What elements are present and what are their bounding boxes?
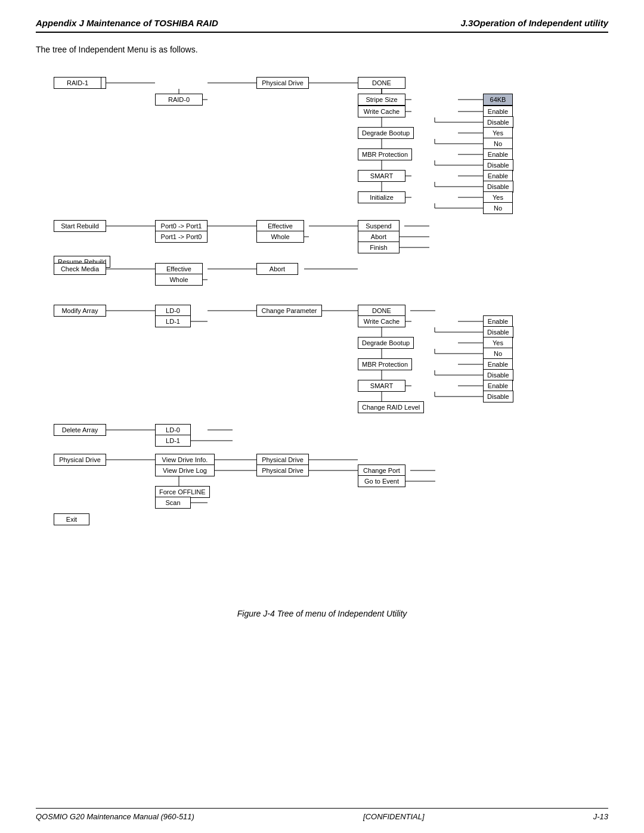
disable-wc2-node: Disable xyxy=(483,326,513,338)
effective-cm-node: Effective xyxy=(155,263,203,275)
enable-wc2-node: Enable xyxy=(483,315,513,327)
footer-center: [CONFIDENTIAL] xyxy=(363,812,425,821)
intro-text: The tree of Independent Menu is as follo… xyxy=(36,45,608,54)
change-port-node: Change Port xyxy=(358,465,405,476)
stripe-size-node: Stripe Size xyxy=(358,94,405,106)
done-ma-node: DONE xyxy=(358,305,405,317)
yes-init-node: Yes xyxy=(483,191,513,203)
enable-mbr2-node: Enable xyxy=(483,358,513,370)
scan-node: Scan xyxy=(155,497,191,509)
delete-array-node: Delete Array xyxy=(54,424,106,436)
check-media-node: Check Media xyxy=(54,263,106,275)
whole-rb-node: Whole xyxy=(256,231,304,243)
whole-cm-node: Whole xyxy=(155,274,203,286)
enable-smart1-node: Enable xyxy=(483,170,513,182)
ld1-ma-node: LD-1 xyxy=(155,315,191,327)
yes-db2-node: Yes xyxy=(483,337,513,349)
suspend-node: Suspend xyxy=(358,220,400,232)
start-rebuild-node: Start Rebuild xyxy=(54,220,106,232)
view-drive-log-node: View Drive Log xyxy=(155,465,215,476)
physical-drive-node: Physical Drive xyxy=(54,454,106,466)
mbr-protection-ca-node: MBR Protection xyxy=(358,148,412,160)
enable-wc1-node: Enable xyxy=(483,106,513,117)
smart-ca-node: SMART xyxy=(358,170,405,182)
write-cache-ca-node: Write Cache xyxy=(358,106,405,117)
modify-array-node: Modify Array xyxy=(54,305,106,317)
go-to-event-node: Go to Event xyxy=(358,475,405,487)
footer-left: QOSMIO G20 Maintenance Manual (960-511) xyxy=(36,812,194,821)
smart-ma-node: SMART xyxy=(358,380,405,392)
view-drive-info-node: View Drive Info. xyxy=(155,454,215,466)
ld1-da-node: LD-1 xyxy=(155,435,191,447)
force-offline-node: Force OFFLINE xyxy=(155,486,210,498)
ld0-ma-node: LD-0 xyxy=(155,305,191,317)
exit-node: Exit xyxy=(54,513,89,525)
physical-drive-vdl-node: Physical Drive xyxy=(256,465,309,476)
degrade-bootup-ca-node: Degrade Bootup xyxy=(358,127,414,139)
footer-right: J-13 xyxy=(593,812,608,821)
header-left: Appendix J Maintenance of TOSHIBA RAID xyxy=(36,18,218,28)
abort-rb-node: Abort xyxy=(358,231,400,243)
physical-drive-vdi-node: Physical Drive xyxy=(256,454,309,466)
port01-node: Port0 -> Port1 xyxy=(155,220,208,232)
finish-node: Finish xyxy=(358,241,400,253)
change-parameter-node: Change Parameter xyxy=(256,305,322,317)
page-footer: QOSMIO G20 Maintenance Manual (960-511) … xyxy=(36,808,608,821)
yes-db1-node: Yes xyxy=(483,127,513,139)
effective-rb-node: Effective xyxy=(256,220,304,232)
port10-node: Port1 -> Port0 xyxy=(155,231,208,243)
physical-drive-ca-node: Physical Drive xyxy=(256,77,309,89)
write-cache-ma-node: Write Cache xyxy=(358,315,405,327)
degrade-bootup-ma-node: Degrade Bootup xyxy=(358,337,414,349)
disable-smart1-node: Disable xyxy=(483,181,513,193)
no-init-node: No xyxy=(483,202,513,214)
enable-smart2-node: Enable xyxy=(483,380,513,392)
done-ca-node: DONE xyxy=(358,77,405,89)
change-raid-level-node: Change RAID Level xyxy=(358,401,424,413)
ld0-da-node: LD-0 xyxy=(155,424,191,436)
disable-smart2-node: Disable xyxy=(483,391,513,402)
raid0-node: RAID-0 xyxy=(155,94,203,106)
raid1-node: RAID-1 xyxy=(54,77,101,89)
header-right: J.3Operation of Independent utility xyxy=(460,18,608,28)
kb64-node: 64KB xyxy=(483,94,513,106)
tree-diagram: Create Array Start Rebuild Resume Rebuil… xyxy=(54,72,590,597)
disable-wc1-node: Disable xyxy=(483,116,513,128)
abort-cm-node: Abort xyxy=(256,263,298,275)
figure-caption: Figure J-4 Tree of menu of Independent U… xyxy=(36,609,608,618)
enable-mbr1-node: Enable xyxy=(483,148,513,160)
no-db2-node: No xyxy=(483,348,513,360)
disable-mbr1-node: Disable xyxy=(483,159,513,171)
initialize-ca-node: Initialize xyxy=(358,191,405,203)
no-db1-node: No xyxy=(483,138,513,150)
disable-mbr2-node: Disable xyxy=(483,369,513,381)
page-header: Appendix J Maintenance of TOSHIBA RAID J… xyxy=(36,18,608,33)
mbr-protection-ma-node: MBR Protection xyxy=(358,358,412,370)
